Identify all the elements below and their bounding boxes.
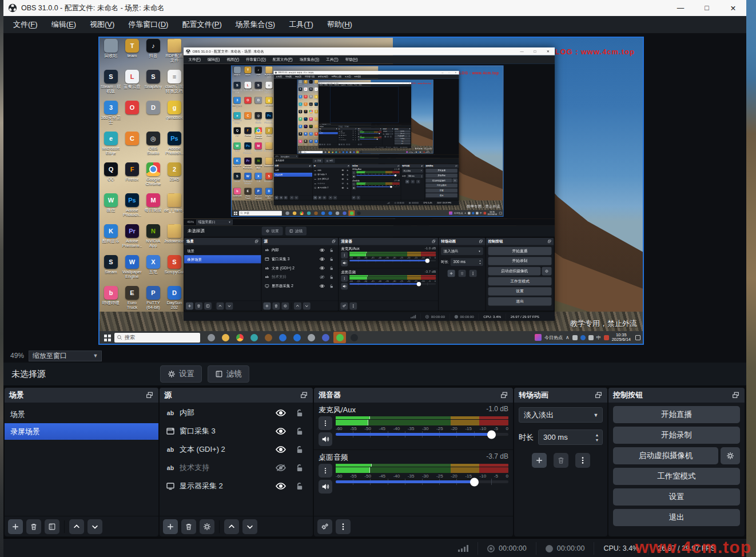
remove-source-button[interactable] (181, 519, 196, 534)
settings-button[interactable]: 设置 (613, 488, 740, 506)
add-scene-button[interactable] (8, 519, 23, 534)
source-item-4[interactable]: 显示器采集 2 (160, 477, 313, 495)
visibility-eye-icon[interactable] (273, 446, 288, 453)
transitions-dock-title: 转场动画 (519, 390, 548, 400)
channel-menu-button[interactable] (319, 416, 332, 430)
source-item-1[interactable]: 窗口采集 3 (160, 422, 313, 440)
record-time: 00:00:00 (557, 544, 585, 552)
lock-icon[interactable] (292, 427, 307, 436)
menu-item-0[interactable]: 文件(F) (7, 17, 44, 32)
lock-icon[interactable] (292, 445, 307, 454)
channel-db: -3.7 dB (486, 452, 508, 463)
sources-dock-title: 源 (164, 390, 172, 400)
transition-menu-button[interactable] (575, 453, 590, 468)
source-filters-button[interactable]: 滤镜 (208, 365, 249, 383)
source-properties-toolbutton[interactable] (200, 519, 214, 534)
lock-icon[interactable] (292, 482, 307, 491)
popout-icon[interactable] (500, 391, 508, 399)
remove-transition-button[interactable] (554, 453, 568, 468)
volume-slider[interactable] (336, 480, 508, 483)
start-streaming-button[interactable]: 开始直播 (613, 406, 740, 423)
remove-scene-button[interactable] (26, 519, 41, 534)
screen: OBS 31.0.0 - 配置文件: 未命名 - 场景: 未命名 — □ ✕ 文… (0, 0, 756, 557)
mixer-menu-button[interactable] (336, 519, 351, 534)
record-timer-icon (546, 545, 553, 552)
channel-menu-button[interactable] (319, 464, 332, 478)
selected-source-row: 未选择源 设置 滤镜 (3, 363, 746, 387)
scene-up-button[interactable] (69, 519, 84, 534)
controls-dock: 控制按钮 开始直播 开始录制 启动虚拟摄像机 工作室模式 设置 退出 (608, 388, 745, 536)
zoom-percent: 49% (10, 352, 24, 360)
source-item-0[interactable]: ab内部 (160, 404, 313, 422)
transition-select[interactable]: 淡入淡出▼ (519, 407, 603, 423)
channel-name: 桌面音频 (319, 452, 348, 463)
stream-timer-icon (487, 545, 495, 552)
visibility-eye-icon[interactable] (273, 464, 288, 471)
preview-desktop-capture: BLOG：www.4cm.top教学专用，禁止外流回收站Tteam♪抖音RDP配… (98, 37, 644, 345)
menu-item-6[interactable]: 工具(T) (282, 17, 320, 32)
chevron-down-icon: ▼ (590, 412, 602, 418)
lock-icon[interactable] (292, 464, 307, 472)
visibility-eye-icon[interactable] (273, 483, 288, 490)
mute-speaker-button[interactable] (319, 480, 332, 494)
popout-icon[interactable] (594, 391, 603, 399)
duration-label: 时长 (519, 432, 534, 443)
virtualcam-config-button[interactable] (721, 447, 740, 464)
preview-canvas[interactable]: BLOG：www.4cm.top教学专用，禁止外流回收站Tteam♪抖音RDP配… (3, 33, 746, 349)
advanced-audio-button[interactable] (317, 519, 332, 534)
menu-item-7[interactable]: 帮助(H) (321, 17, 359, 32)
volume-slider[interactable] (336, 433, 508, 436)
channel-name: 麦克风/Aux (319, 405, 356, 415)
filter-icon (215, 370, 223, 378)
channel-db: -1.0 dB (486, 405, 508, 415)
start-recording-button[interactable]: 开始录制 (613, 427, 740, 444)
minimize-button[interactable]: — (667, 0, 694, 16)
transitions-dock: 转场动画 淡入淡出▼ 时长 300 ms ▲▼ (514, 388, 607, 536)
obs-main-window: OBS 31.0.0 - 配置文件: 未命名 - 场景: 未命名 — □ ✕ 文… (273, 71, 459, 205)
source-up-button[interactable] (224, 519, 239, 534)
studio-mode-button[interactable]: 工作室模式 (613, 468, 740, 485)
visibility-eye-icon[interactable] (273, 428, 288, 435)
menu-item-4[interactable]: 配置文件(P) (176, 17, 228, 32)
watermark-text: www.4cm.top (635, 538, 751, 557)
popout-icon[interactable] (300, 391, 308, 399)
scene-filters-button[interactable] (45, 519, 59, 534)
scene-item-selected[interactable]: 录屏场景 (5, 423, 158, 440)
menu-item-3[interactable]: 停靠窗口(D) (122, 17, 174, 32)
dock-area: 场景 场景 录屏场景 源 ab内部窗口采集 3ab文本 (GDI+) 2ab技术… (3, 387, 746, 538)
maximize-button[interactable]: □ (694, 0, 720, 16)
scene-item[interactable]: 场景 (5, 406, 158, 423)
mute-speaker-button[interactable] (319, 432, 332, 446)
controls-dock-title: 控制按钮 (613, 390, 643, 400)
menu-item-5[interactable]: 场景集合(S) (229, 17, 281, 32)
menu-item-1[interactable]: 编辑(E) (45, 17, 82, 32)
popout-icon[interactable] (145, 391, 154, 399)
obs-main-window: OBS 31.0.0 - 配置文件: 未命名 - 场景: 未命名 — □ ✕ 文… (3, 0, 746, 557)
add-transition-button[interactable] (532, 453, 547, 468)
visibility-eye-icon[interactable] (273, 409, 288, 416)
stream-time: 00:00:00 (499, 544, 527, 552)
titlebar[interactable]: OBS 31.0.0 - 配置文件: 未命名 - 场景: 未命名 — □ ✕ (3, 0, 746, 16)
mixer-channel-1: 桌面音频-3.7 dB-60-55-50-45-40-35-30-25-20-1… (314, 450, 513, 494)
source-item-2[interactable]: ab文本 (GDI+) 2 (160, 440, 313, 459)
network-signal-icon (449, 545, 478, 552)
popout-icon[interactable] (731, 391, 740, 399)
scene-down-button[interactable] (87, 519, 102, 534)
source-down-button[interactable] (242, 519, 257, 534)
source-item-3[interactable]: ab技术支持 (160, 459, 313, 477)
source-properties-button[interactable]: 设置 (160, 365, 202, 383)
add-source-button[interactable] (163, 519, 178, 534)
mixer-channel-0: 麦克风/Aux-1.0 dB-60-55-50-45-40-35-30-25-2… (314, 403, 513, 450)
sources-dock: 源 ab内部窗口采集 3ab文本 (GDI+) 2ab技术支持显示器采集 2 (160, 388, 313, 536)
spin-down-icon: ▼ (595, 438, 599, 442)
duration-spinbox[interactable]: 300 ms ▲▼ (538, 429, 603, 445)
menu-item-2[interactable]: 视图(V) (83, 17, 121, 32)
zoom-mode-dropdown[interactable]: 缩放至窗口 ▼ (29, 351, 102, 361)
scenes-dock-title: 场景 (9, 390, 24, 400)
exit-button[interactable]: 退出 (613, 509, 740, 526)
window-title: OBS 31.0.0 - 配置文件: 未命名 - 场景: 未命名 (21, 3, 165, 13)
start-virtualcam-button[interactable]: 启动虚拟摄像机 (613, 447, 718, 464)
close-button[interactable]: ✕ (720, 0, 746, 16)
lock-icon[interactable] (292, 409, 307, 417)
scenes-dock: 场景 场景 录屏场景 (5, 388, 158, 536)
